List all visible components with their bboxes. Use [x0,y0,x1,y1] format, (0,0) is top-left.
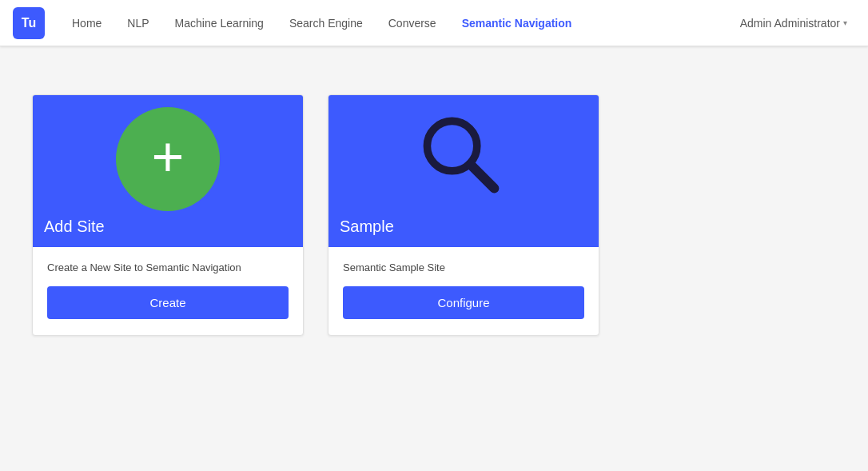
nav-item-machine-learning[interactable]: Machine Learning [164,10,275,36]
nav-item-home[interactable]: Home [61,10,113,36]
card-add-site-body: Create a New Site to Semantic Navigation… [33,247,303,335]
card-sample: Sample Semantic Sample Site Configure [328,94,599,336]
app-logo[interactable]: Tu [13,7,45,39]
add-icon-circle: + [116,107,220,211]
user-label: Admin Administrator [740,17,840,30]
svg-line-1 [470,164,494,188]
search-icon [416,110,512,206]
configure-button[interactable]: Configure [343,286,584,319]
nav-item-semantic-navigation[interactable]: Semantic Navigation [451,10,583,36]
card-sample-description: Semantic Sample Site [343,261,584,273]
user-menu[interactable]: Admin Administrator ▾ [732,10,855,36]
card-add-site-title: Add Site [44,218,105,236]
nav-item-nlp[interactable]: NLP [116,10,160,36]
nav-links: Home NLP Machine Learning Search Engine … [61,10,732,36]
card-sample-title: Sample [340,218,394,236]
search-icon-wrapper [416,110,512,209]
navbar: Tu Home NLP Machine Learning Search Engi… [0,0,868,46]
card-sample-body: Semantic Sample Site Configure [328,247,599,335]
card-sample-image: Sample [328,95,599,247]
card-add-site-description: Create a New Site to Semantic Navigation [47,261,289,273]
chevron-down-icon: ▾ [843,18,847,27]
cards-container: + Add Site Create a New Site to Semantic… [32,94,836,336]
main-content: + Add Site Create a New Site to Semantic… [0,46,868,384]
card-add-site: + Add Site Create a New Site to Semantic… [32,94,304,336]
create-button[interactable]: Create [47,286,289,319]
nav-item-converse[interactable]: Converse [377,10,448,36]
nav-item-search-engine[interactable]: Search Engine [278,10,374,36]
card-add-site-image: + Add Site [33,95,303,247]
plus-icon: + [152,129,185,185]
